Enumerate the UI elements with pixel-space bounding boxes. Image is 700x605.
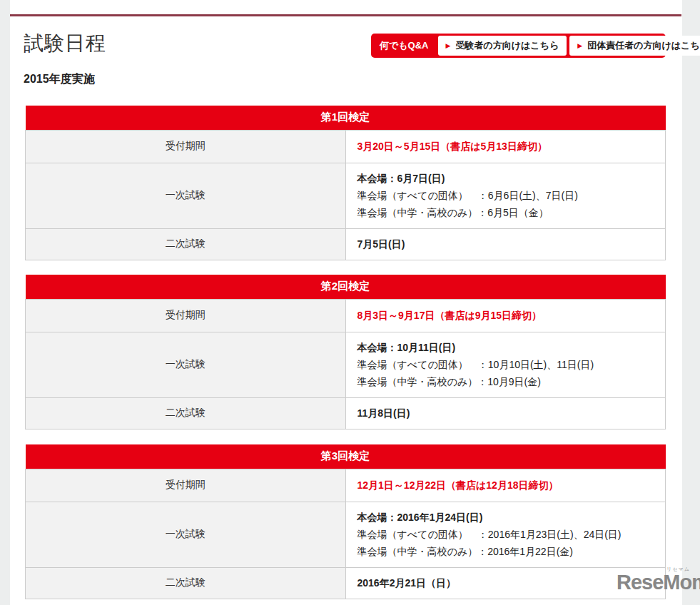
table-row: 二次試験 11月8日(日) [26,397,666,429]
row-value: 3月20日～5月15日（書店は5月13日締切） [345,130,666,163]
header-links-widget: 何でもQ&A ▶ 受験者の方向けはこちら ▶ 団体責任者の方向けはこちら [371,34,666,58]
row-label-second-exam: 二次試験 [26,397,346,429]
group-leader-link-label: 団体責任者の方向けはこちら [587,39,700,52]
application-period-value: 3月20日～5月15日（書店は5月13日締切） [357,138,663,155]
second-exam-date: 7月5日(日) [357,235,663,253]
watermark-logo-text: ReseMom. [617,571,700,594]
row-value: 12月1日～12月22日（書店は12月18日締切） [345,469,666,502]
page-margin-left [0,0,10,605]
row-value: 11月8日(日) [345,397,666,429]
row-label-application-period: 受付期間 [26,299,346,332]
resemom-logo-watermark: リセマム ReseMom. [617,566,699,593]
sub-venue-all-line: 準会場（すべての団体） ：6月6日(土)、7日(日) [357,187,663,204]
table-title: 第2回検定 [26,275,666,299]
table-title: 第1回検定 [26,106,666,130]
row-value: 8月3日～9月17日（書店は9月15日締切） [345,299,666,332]
arrow-right-icon: ▶ [577,43,582,49]
row-label-application-period: 受付期間 [26,130,346,163]
row-label-first-exam: 一次試験 [26,332,346,397]
row-value: 本会場：2016年1月24日(日) 準会場（すべての団体） ：2016年1月23… [345,502,666,567]
exam-table-round1: 第1回検定 受付期間 3月20日～5月15日（書店は5月13日締切） 一次試験 … [25,106,666,260]
sub-venue-school-line: 準会場（中学・高校のみ）：6月5日（金） [357,204,663,221]
qa-button[interactable]: 何でもQ&A [373,36,435,56]
row-value: 7月5日(日) [345,228,666,260]
header-divider-line [10,14,681,16]
table-row: 二次試験 7月5日(日) [26,228,666,260]
table-row: 一次試験 本会場：10月11日(日) 準会場（すべての団体） ：10月10日(土… [26,332,666,397]
group-leader-link-button[interactable]: ▶ 団体責任者の方向けはこちら [569,36,700,56]
row-label-second-exam: 二次試験 [26,228,346,260]
row-label-second-exam: 二次試験 [26,567,346,599]
table-row: 一次試験 本会場：2016年1月24日(日) 準会場（すべての団体） ：2016… [26,502,666,567]
main-venue-line: 本会場：10月11日(日) [357,339,663,356]
row-label-application-period: 受付期間 [26,469,346,502]
table-row: 受付期間 12月1日～12月22日（書店は12月18日締切） [26,469,666,502]
fiscal-year-subtitle: 2015年度実施 [24,72,95,87]
row-value: 本会場：10月11日(日) 準会場（すべての団体） ：10月10日(土)、11日… [345,332,666,397]
sub-venue-all-line: 準会場（すべての団体） ：10月10日(土)、11日(日) [357,356,663,373]
arrow-right-icon: ▶ [446,43,451,49]
application-period-value: 8月3日～9月17日（書店は9月15日締切） [357,307,663,324]
sub-venue-all-line: 準会場（すべての団体） ：2016年1月23日(土)、24日(日) [357,526,663,543]
table-row: 二次試験 2016年2月21日（日） [26,567,666,599]
exam-table-round2: 第2回検定 受付期間 8月3日～9月17日（書店は9月15日締切） 一次試験 本… [25,275,666,429]
examinee-link-button[interactable]: ▶ 受験者の方向けはこちら [438,36,567,56]
main-venue-line: 本会場：6月7日(日) [357,170,663,187]
second-exam-date: 11月8日(日) [357,405,663,422]
table-title: 第3回検定 [26,444,666,469]
table-row: 一次試験 本会場：6月7日(日) 準会場（すべての団体） ：6月6日(土)、7日… [26,163,666,228]
page-margin-right [682,0,700,605]
page-title: 試験日程 [24,30,106,57]
sub-venue-school-line: 準会場（中学・高校のみ）：2016年1月22日(金) [357,543,663,560]
table-row: 受付期間 8月3日～9月17日（書店は9月15日締切） [26,299,666,332]
row-label-first-exam: 一次試験 [26,163,346,228]
examinee-link-label: 受験者の方向けはこちら [455,39,559,52]
sub-venue-school-line: 準会場（中学・高校のみ）：10月9日(金) [357,373,663,390]
row-label-first-exam: 一次試験 [26,502,346,567]
exam-table-round3: 第3回検定 受付期間 12月1日～12月22日（書店は12月18日締切） 一次試… [25,444,666,599]
row-value: 本会場：6月7日(日) 準会場（すべての団体） ：6月6日(土)、7日(日) 準… [345,163,666,228]
table-row: 受付期間 3月20日～5月15日（書店は5月13日締切） [26,130,666,163]
main-venue-line: 本会場：2016年1月24日(日) [357,509,663,526]
application-period-value: 12月1日～12月22日（書店は12月18日締切） [357,477,663,494]
